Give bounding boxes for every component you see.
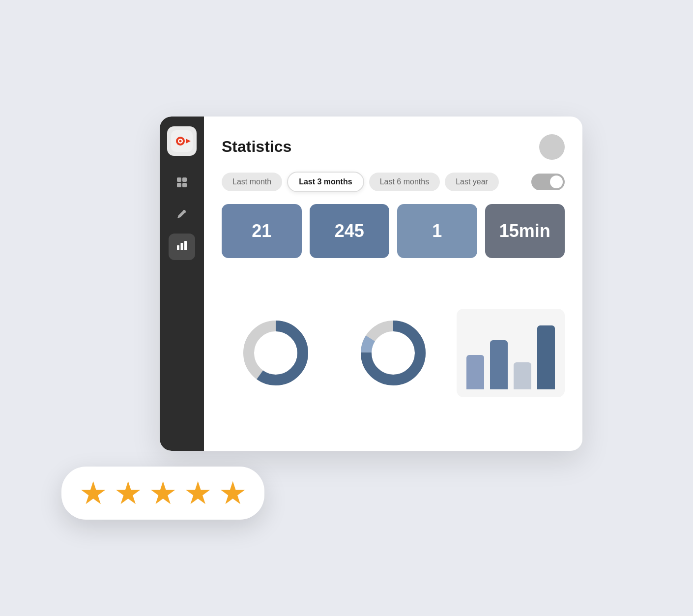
svg-rect-11 [184, 241, 187, 250]
bar-group-3 [537, 325, 555, 389]
charts-row [222, 270, 565, 436]
filter-row: Last month Last 3 months Last 6 months L… [222, 172, 565, 192]
bar-group-0 [466, 355, 484, 389]
avatar [539, 134, 565, 160]
sidebar-item-edit[interactable] [169, 202, 195, 229]
bar-group-1 [490, 340, 508, 389]
sidebar-item-stats[interactable] [169, 234, 195, 260]
svg-rect-8 [182, 183, 187, 187]
bar-1 [490, 340, 508, 389]
stat-card-0: 21 [222, 204, 302, 258]
dashboard-icon [176, 176, 188, 191]
stars-card: ★ ★ ★ ★ ★ [61, 467, 264, 520]
svg-rect-9 [177, 245, 179, 250]
stats-icon [176, 239, 188, 254]
filter-last-3-months[interactable]: Last 3 months [287, 172, 364, 192]
svg-rect-6 [182, 177, 187, 182]
stat-card-2: 1 [397, 204, 477, 258]
donut-chart-1 [241, 319, 310, 387]
edit-icon [176, 208, 188, 223]
donut-chart-2 [359, 319, 428, 387]
logo-area [167, 126, 197, 156]
sidebar [160, 117, 204, 451]
svg-rect-7 [177, 183, 181, 187]
star-4: ★ [184, 477, 212, 509]
header-row: Statistics [222, 134, 565, 160]
star-2: ★ [114, 477, 142, 509]
main-content: Statistics Last month Last 3 months Last… [204, 117, 582, 451]
bar-0 [466, 355, 484, 389]
stat-card-1: 245 [310, 204, 390, 258]
scene: Statistics Last month Last 3 months Last… [101, 87, 592, 529]
filter-last-year[interactable]: Last year [445, 173, 499, 191]
svg-rect-10 [181, 243, 183, 250]
toggle-knob [550, 176, 563, 188]
star-3: ★ [149, 477, 177, 509]
stat-card-3: 15min [485, 204, 565, 258]
stat-value-3: 15min [499, 221, 550, 241]
star-5: ★ [219, 477, 247, 509]
bar-group-2 [514, 362, 531, 389]
svg-point-3 [179, 140, 182, 142]
bar-2 [514, 362, 531, 389]
page-title: Statistics [222, 138, 291, 156]
stat-value-0: 21 [252, 221, 271, 241]
svg-rect-5 [177, 177, 181, 182]
stat-value-1: 245 [335, 221, 364, 241]
stats-row: 21 245 1 15min [222, 204, 565, 258]
bar-3 [537, 325, 555, 389]
toggle-switch[interactable] [531, 174, 565, 190]
donut-chart-1-wrapper [222, 319, 329, 387]
app-logo [171, 130, 193, 152]
stat-value-2: 1 [432, 221, 442, 241]
filter-last-6-months[interactable]: Last 6 months [369, 173, 440, 191]
main-card: Statistics Last month Last 3 months Last… [160, 117, 582, 451]
star-1: ★ [79, 477, 107, 509]
bar-chart-area [457, 309, 565, 397]
filter-last-month[interactable]: Last month [222, 173, 282, 191]
sidebar-item-dashboard[interactable] [169, 171, 195, 197]
donut-chart-2-wrapper [339, 319, 447, 387]
